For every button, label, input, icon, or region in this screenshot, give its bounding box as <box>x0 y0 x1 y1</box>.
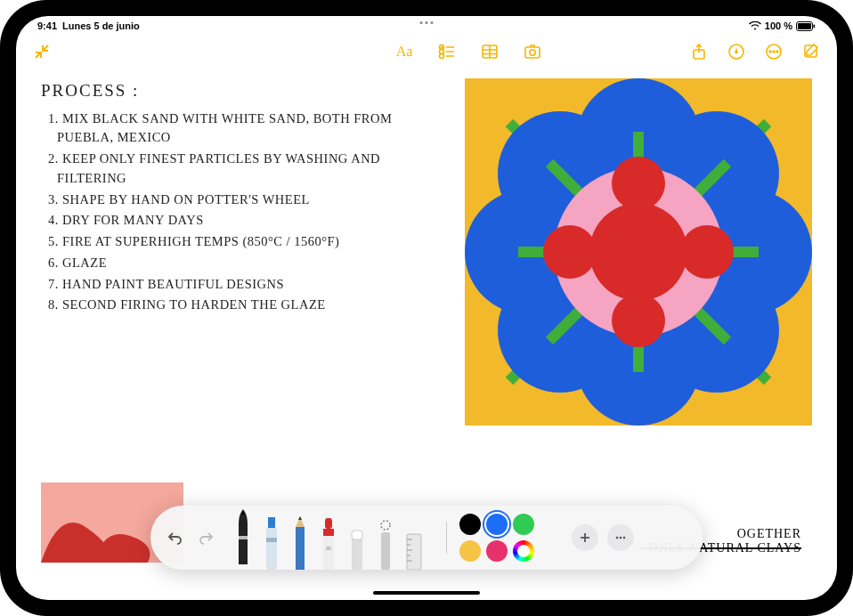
note-line: 7. HAND PAINT BEAUTIFUL DESIGNS <box>41 275 447 295</box>
crayon-tool[interactable]: 80 <box>314 506 343 570</box>
color-picker-button[interactable] <box>513 540 534 562</box>
undo-button[interactable] <box>163 525 188 550</box>
svg-text:80: 80 <box>326 546 331 551</box>
note-line: 3. SHAPE BY HAND ON POTTER'S WHEEL <box>41 190 447 210</box>
svg-point-8 <box>440 54 444 59</box>
battery-icon <box>796 21 816 31</box>
ruler-tool[interactable] <box>400 506 428 570</box>
svg-point-20 <box>776 51 778 53</box>
note-line: 4. DRY FOR MANY DAYS <box>41 211 447 231</box>
svg-rect-58 <box>352 531 362 539</box>
note-line: 6. GLAZE <box>41 254 447 273</box>
svg-point-43 <box>543 225 597 279</box>
markup-toggle-button[interactable] <box>727 42 746 61</box>
svg-rect-47 <box>266 527 277 570</box>
svg-rect-1 <box>798 23 811 29</box>
home-indicator[interactable] <box>373 591 480 595</box>
color-yellow[interactable] <box>459 540 481 562</box>
svg-point-19 <box>773 51 775 53</box>
svg-rect-55 <box>325 518 332 529</box>
note-line: 1. MIX BLACK SAND WITH WHITE SAND, BOTH … <box>41 109 447 149</box>
checklist-button[interactable] <box>437 42 457 61</box>
svg-point-70 <box>620 537 622 539</box>
note-line: 8. SECOND FIRING TO HARDEN THE GLAZE <box>41 296 447 315</box>
markup-toolbar[interactable]: 80 <box>150 506 703 570</box>
share-button[interactable] <box>689 42 709 61</box>
ipad-device-frame: 9:41 Lunes 5 de junio 100 % <box>0 0 853 616</box>
pencil-tool[interactable] <box>286 506 314 570</box>
svg-rect-50 <box>296 527 305 570</box>
status-date: Lunes 5 de junio <box>62 20 140 31</box>
svg-rect-54 <box>323 529 334 536</box>
svg-marker-52 <box>298 516 302 520</box>
svg-point-41 <box>612 157 665 210</box>
status-battery-text: 100 % <box>765 20 792 31</box>
table-button[interactable] <box>480 42 500 61</box>
camera-button[interactable] <box>523 42 542 61</box>
svg-point-14 <box>530 50 535 55</box>
note-line: 5. FIRE AT SUPERHIGH TEMPS (850°C / 1560… <box>41 232 447 252</box>
color-green[interactable] <box>513 514 534 535</box>
screen: 9:41 Lunes 5 de junio 100 % <box>16 16 837 600</box>
eraser-tool[interactable] <box>343 506 371 570</box>
compose-button[interactable] <box>801 42 821 61</box>
format-button[interactable]: Aa <box>394 42 414 61</box>
color-palette <box>459 513 563 563</box>
svg-point-18 <box>769 51 771 53</box>
svg-point-44 <box>680 225 734 279</box>
note-line: 2. KEEP ONLY FINEST PARTICLES BY WASHING… <box>41 150 447 189</box>
note-title: PROCESS : <box>41 78 447 104</box>
tool-picker: 80 <box>223 506 434 570</box>
color-blue[interactable] <box>486 514 508 535</box>
svg-rect-49 <box>266 538 277 542</box>
multitask-dots-icon[interactable] <box>420 21 434 24</box>
svg-rect-46 <box>239 536 248 539</box>
add-tool-button[interactable] <box>572 524 598 551</box>
markup-more-button[interactable] <box>607 524 634 551</box>
collapse-button[interactable] <box>32 42 52 61</box>
color-black[interactable] <box>459 514 481 535</box>
svg-point-60 <box>381 521 390 530</box>
toolbar-divider <box>446 522 447 554</box>
svg-point-71 <box>623 537 626 539</box>
note-toolbar: Aa <box>16 34 837 69</box>
color-pink[interactable] <box>486 540 508 562</box>
svg-point-69 <box>616 537 619 539</box>
svg-point-42 <box>612 294 665 347</box>
flower-drawing <box>465 78 812 426</box>
wifi-icon <box>749 21 761 30</box>
marker-tool[interactable] <box>257 506 286 570</box>
svg-rect-2 <box>814 24 816 28</box>
status-time: 9:41 <box>37 20 57 31</box>
svg-rect-48 <box>268 517 275 528</box>
pen-tool[interactable] <box>229 506 257 564</box>
svg-rect-59 <box>381 532 390 570</box>
redo-button[interactable] <box>193 525 218 550</box>
lasso-tool[interactable] <box>371 506 400 570</box>
svg-point-40 <box>589 203 687 301</box>
more-button[interactable] <box>764 42 784 61</box>
svg-rect-13 <box>525 47 540 58</box>
status-bar: 9:41 Lunes 5 de junio 100 % <box>16 16 837 34</box>
